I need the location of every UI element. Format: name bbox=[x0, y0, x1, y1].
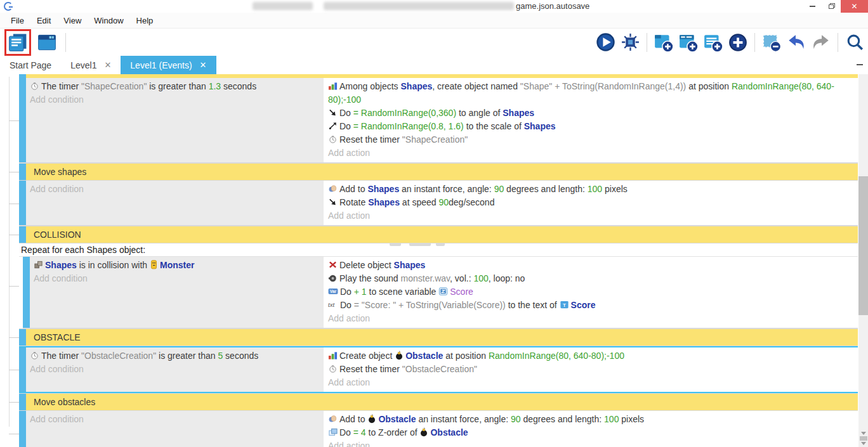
menu-view[interactable]: View bbox=[58, 14, 87, 27]
scroll-down-icon[interactable] bbox=[861, 432, 866, 435]
add-condition-button[interactable]: Add condition bbox=[30, 93, 320, 107]
add-condition-button[interactable]: Add condition bbox=[34, 272, 320, 285]
text-segment: The timer bbox=[41, 351, 81, 361]
action-line[interactable]: Do = 4 to Z-order of Obstacle bbox=[328, 426, 854, 439]
event-handle-bar[interactable] bbox=[19, 394, 26, 410]
add-action-button[interactable]: Add action bbox=[328, 439, 854, 447]
action-line[interactable]: Add to Obstacle an instant force, angle:… bbox=[328, 413, 854, 426]
text-segment: seconds bbox=[223, 351, 258, 361]
add-plus-icon[interactable] bbox=[727, 32, 749, 53]
ghost-button bbox=[390, 243, 401, 246]
menu-file[interactable]: File bbox=[5, 14, 30, 27]
remove-event-icon[interactable] bbox=[761, 32, 782, 53]
events-editor-icon[interactable] bbox=[7, 32, 29, 53]
text-segment: Add to bbox=[339, 414, 367, 424]
add-condition-button[interactable]: Add condition bbox=[30, 183, 320, 196]
action-line[interactable]: Among objects Shapes, create object name… bbox=[328, 80, 854, 107]
action-line[interactable]: Delete object Shapes bbox=[328, 259, 854, 272]
comment-label: COLLISION bbox=[26, 226, 858, 243]
scene-editor-icon[interactable] bbox=[36, 32, 58, 53]
event-handle-bar[interactable] bbox=[23, 257, 30, 328]
scrollbar-bottom-controls[interactable] bbox=[859, 432, 867, 445]
text-segment: Shapes bbox=[367, 184, 399, 194]
search-icon[interactable] bbox=[844, 32, 865, 53]
tab-start-page[interactable]: Start Page bbox=[0, 56, 61, 74]
variable-icon: Var bbox=[328, 287, 340, 297]
svg-text:T: T bbox=[563, 302, 566, 308]
event-handle-bar[interactable] bbox=[19, 78, 26, 162]
event-handle-bar[interactable] bbox=[19, 329, 26, 346]
tab-close-icon[interactable]: ✕ bbox=[104, 60, 111, 70]
comment-header[interactable]: COLLISION bbox=[19, 226, 858, 243]
text-segment: 90 bbox=[511, 414, 521, 424]
svg-text:txt: txt bbox=[328, 301, 334, 308]
menu-help[interactable]: Help bbox=[131, 14, 159, 27]
mini-scroll-thumb[interactable] bbox=[860, 436, 867, 441]
force-icon bbox=[328, 414, 339, 424]
text-segment: Score bbox=[450, 287, 473, 297]
vertical-scrollbar[interactable] bbox=[858, 74, 868, 447]
conditions-column: The timer "ObstacleCreation" is greater … bbox=[26, 347, 324, 392]
menu-window[interactable]: Window bbox=[88, 14, 129, 27]
redo-icon[interactable] bbox=[810, 32, 832, 53]
add-condition-button[interactable]: Add condition bbox=[30, 413, 320, 426]
scroll-down-icon[interactable] bbox=[861, 442, 866, 445]
condition-line[interactable]: The timer "ShapeCreation" is greater tha… bbox=[30, 80, 320, 93]
add-event-icon[interactable] bbox=[653, 32, 674, 53]
timer-icon bbox=[30, 81, 41, 91]
menu-edit[interactable]: Edit bbox=[31, 14, 56, 27]
text-segment: Shapes bbox=[503, 108, 534, 118]
action-line[interactable]: txtDo = "Score: " + ToString(Variable(Sc… bbox=[328, 299, 854, 312]
text-segment: is in collision with bbox=[77, 260, 150, 270]
event-handle-bar[interactable] bbox=[19, 226, 26, 243]
menu-bar: File Edit View Window Help bbox=[0, 13, 868, 29]
event-handle-bar[interactable] bbox=[19, 181, 26, 225]
event-handle-bar[interactable] bbox=[19, 347, 26, 392]
tab-close-icon[interactable]: ✕ bbox=[200, 60, 207, 70]
text-segment: Do bbox=[340, 300, 354, 310]
add-action-button[interactable]: Add action bbox=[328, 376, 854, 389]
comment-label: OBSTACLE bbox=[26, 329, 858, 346]
add-condition-button[interactable]: Add condition bbox=[30, 363, 320, 376]
text-segment: to the scale of bbox=[464, 121, 524, 131]
text-segment: Shapes bbox=[401, 81, 433, 91]
toolbar-separator bbox=[65, 33, 66, 52]
action-line[interactable]: Add to Shapes an instant force, angle: 9… bbox=[328, 183, 854, 196]
add-action-button[interactable]: Add action bbox=[328, 146, 854, 160]
undo-icon[interactable] bbox=[786, 32, 807, 53]
action-line[interactable]: Do = RandomInRange(0,360) to angle of Sh… bbox=[328, 107, 854, 120]
tab-level1-events[interactable]: Level1 (Events) ✕ bbox=[121, 56, 216, 74]
comment-header[interactable]: OBSTACLE bbox=[19, 328, 858, 346]
action-line[interactable]: Rotate Shapes at speed 90deg/second bbox=[328, 196, 854, 209]
run-icon[interactable] bbox=[595, 32, 616, 53]
event-block: The timer "ObstacleCreation" is greater … bbox=[19, 346, 858, 393]
comment-label: Move obstacles bbox=[26, 394, 858, 410]
add-subevent-icon[interactable] bbox=[678, 32, 699, 53]
minimize-button[interactable] bbox=[803, 0, 822, 13]
action-line[interactable]: Do = RandomInRange(0.8, 1.6) to the scal… bbox=[328, 120, 854, 133]
condition-line[interactable]: Shapes is in collision with Monster bbox=[34, 259, 320, 272]
add-action-button[interactable]: Add action bbox=[328, 312, 854, 325]
text-segment: 90 bbox=[438, 197, 449, 207]
scrollbar-thumb[interactable] bbox=[858, 176, 868, 315]
conditions-column: The timer "ShapeCreation" is greater tha… bbox=[26, 78, 324, 162]
scene-variable-icon bbox=[438, 287, 450, 297]
tab-level1[interactable]: Level1 ✕ bbox=[61, 56, 121, 74]
add-comment-icon[interactable] bbox=[702, 32, 724, 53]
event-block: Move shapes bbox=[19, 163, 858, 181]
action-line[interactable]: Create object Obstacle at position Rando… bbox=[328, 349, 854, 363]
comment-header[interactable]: Move obstacles bbox=[19, 393, 858, 411]
event-handle-bar[interactable] bbox=[19, 411, 26, 447]
action-line[interactable]: Play the sound monster.wav, vol.: 100, l… bbox=[328, 272, 854, 285]
add-action-button[interactable]: Add action bbox=[328, 209, 854, 223]
restore-button[interactable] bbox=[822, 0, 841, 13]
action-line[interactable]: Reset the timer "ObstacleCreation" bbox=[328, 363, 854, 376]
close-button[interactable]: ✕ bbox=[841, 0, 868, 13]
event-handle-bar[interactable] bbox=[19, 164, 26, 180]
comment-header[interactable]: Move shapes bbox=[19, 163, 858, 181]
debug-icon[interactable] bbox=[619, 32, 641, 53]
condition-line[interactable]: The timer "ObstacleCreation" is greater … bbox=[30, 349, 320, 363]
action-line[interactable]: Reset the timer "ShapeCreation" bbox=[328, 133, 854, 146]
timer-icon bbox=[328, 134, 339, 145]
action-line[interactable]: VarDo + 1 to scene variable Score bbox=[328, 285, 854, 299]
